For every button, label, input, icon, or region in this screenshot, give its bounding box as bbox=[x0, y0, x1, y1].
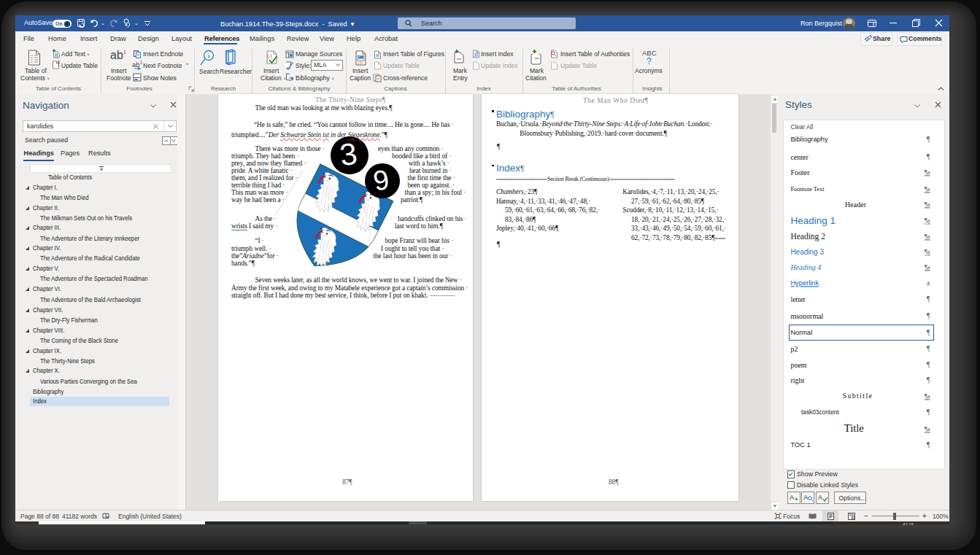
svg-text:i: i bbox=[852, 516, 853, 520]
svg-text:(-): (-) bbox=[267, 53, 272, 59]
